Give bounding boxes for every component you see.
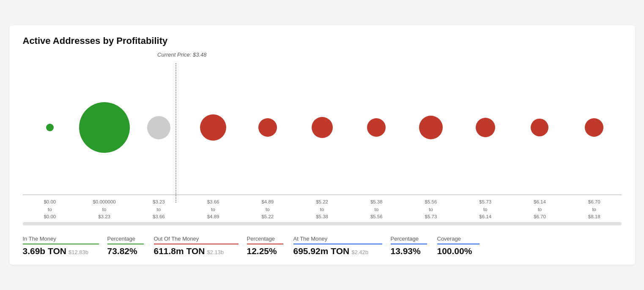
bubble-10 — [585, 118, 603, 137]
bubble-col-6 — [349, 77, 404, 178]
bubble-6 — [367, 118, 386, 137]
otm-pct-value: 12.25% — [247, 246, 283, 256]
bubble-0 — [46, 124, 54, 131]
x-label-9: $6.14to$6.70 — [512, 195, 567, 220]
at-money-sub: $2.42b — [351, 249, 368, 255]
at-money-label: At The Money — [293, 236, 382, 242]
current-price-line — [175, 63, 176, 203]
atm-pct-col: Percentage 13.93% — [391, 236, 437, 256]
current-price-label: Current Price: $3.48 — [157, 51, 206, 58]
bubble-col-7 — [404, 77, 458, 178]
main-card: Active Addresses by Profitability Curren… — [9, 25, 635, 265]
bubbles-row — [23, 77, 622, 178]
bubble-col-8 — [458, 77, 512, 178]
otm-pct-label: Percentage — [247, 236, 283, 242]
bubble-col-1 — [77, 77, 132, 178]
bubble-3 — [200, 114, 226, 141]
atm-pct-value: 13.93% — [391, 246, 427, 256]
itm-pct-col: Percentage 73.82% — [107, 236, 154, 256]
x-label-8: $5.73to$6.14 — [458, 195, 512, 220]
x-label-10: $6.70to$8.18 — [567, 195, 622, 220]
out-of-money-value: 611.8m TON — [154, 246, 205, 256]
itm-pct-label: Percentage — [107, 236, 144, 242]
bubble-col-10 — [567, 77, 622, 178]
itm-pct-underline — [107, 244, 144, 244]
bubble-col-3 — [186, 77, 241, 178]
in-the-money-underline — [23, 244, 99, 244]
out-of-money-col: Out Of The Money 611.8m TON $2.13b — [154, 236, 247, 256]
coverage-underline — [437, 244, 480, 244]
bubble-col-4 — [240, 77, 295, 178]
bubble-col-2 — [132, 77, 186, 178]
x-label-3: $3.66to$4.89 — [186, 195, 241, 220]
x-label-7: $5.56to$5.73 — [404, 195, 458, 220]
in-the-money-sub: $12.83b — [69, 249, 88, 255]
otm-pct-underline — [247, 244, 283, 244]
in-the-money-label: In The Money — [23, 236, 99, 242]
x-label-0: $0.00to$0.00 — [23, 195, 77, 220]
bubble-7 — [419, 116, 443, 139]
x-label-4: $4.89to$5.22 — [240, 195, 295, 220]
at-money-value-row: 695.92m TON $2.42b — [293, 246, 382, 256]
out-of-money-value-row: 611.8m TON $2.13b — [154, 246, 238, 256]
out-of-money-underline — [154, 244, 238, 244]
chart-area: Current Price: $3.48 $0.00to$0.00$0.0000… — [23, 51, 622, 220]
bubble-8 — [476, 118, 495, 137]
in-the-money-col: In The Money 3.69b TON $12.83b — [23, 236, 107, 256]
out-of-money-sub: $2.13b — [207, 249, 224, 255]
chart-title: Active Addresses by Profitability — [23, 35, 622, 46]
x-label-1: $0.000000to$3.23 — [77, 195, 132, 220]
bubble-col-9 — [512, 77, 567, 178]
itm-pct-value: 73.82% — [107, 246, 144, 256]
at-money-col: At The Money 695.92m TON $2.42b — [293, 236, 391, 256]
coverage-value: 100.00% — [437, 246, 480, 256]
in-the-money-value-row: 3.69b TON $12.83b — [23, 246, 99, 256]
bubble-4 — [258, 118, 277, 137]
bubble-2 — [147, 116, 170, 139]
otm-pct-col: Percentage 12.25% — [247, 236, 293, 256]
bubble-col-0 — [23, 77, 77, 178]
chart-scrollbar[interactable] — [23, 222, 622, 225]
bubble-1 — [79, 102, 130, 153]
out-of-money-label: Out Of The Money — [154, 236, 238, 242]
atm-pct-underline — [391, 244, 427, 244]
at-money-underline — [293, 244, 382, 244]
bubble-9 — [531, 119, 548, 136]
in-the-money-value: 3.69b TON — [23, 246, 66, 256]
x-label-2: $3.23to$3.66 — [132, 195, 186, 220]
bubble-col-5 — [295, 77, 349, 178]
coverage-label: Coverage — [437, 236, 480, 242]
x-label-5: $5.22to$5.38 — [295, 195, 349, 220]
at-money-value: 695.92m TON — [293, 246, 350, 256]
atm-pct-label: Percentage — [391, 236, 427, 242]
stats-container: In The Money 3.69b TON $12.83b Percentag… — [23, 236, 622, 256]
x-label-6: $5.38to$5.56 — [349, 195, 404, 220]
coverage-col: Coverage 100.00% — [437, 236, 480, 256]
bubble-5 — [312, 117, 333, 138]
x-labels: $0.00to$0.00$0.000000to$3.23$3.23to$3.66… — [23, 195, 622, 220]
